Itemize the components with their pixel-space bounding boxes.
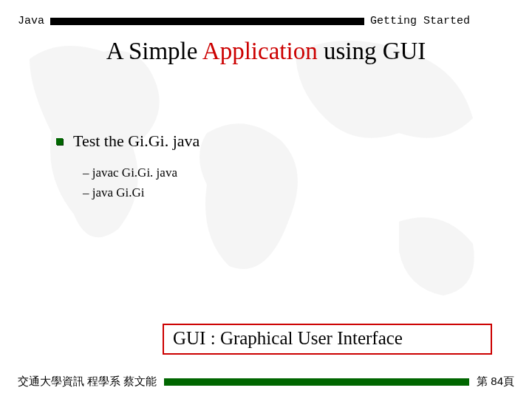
page-number: 第 84頁 [477,375,514,389]
title-prefix: A Simple [106,38,202,64]
square-bullet-icon [56,138,63,145]
footer-bar [164,378,469,386]
header-right: Getting Started [370,15,470,27]
header-bar [50,18,364,25]
note-box: GUI : Graphical User Interface [163,324,492,355]
bullet-item: Test the Gi.Gi. java [56,132,532,151]
title-suffix: using GUI [318,38,426,64]
slide-title: A Simple Application using GUI [0,38,532,65]
title-highlight: Application [202,38,318,64]
bullet-text: Test the Gi.Gi. java [73,132,200,151]
sub-item: java Gi.Gi [83,183,532,202]
header-left: Java [18,15,44,27]
footer-left: 交通大學資訊 程學系 蔡文能 [18,375,157,389]
sub-item: javac Gi.Gi. java [83,163,532,183]
